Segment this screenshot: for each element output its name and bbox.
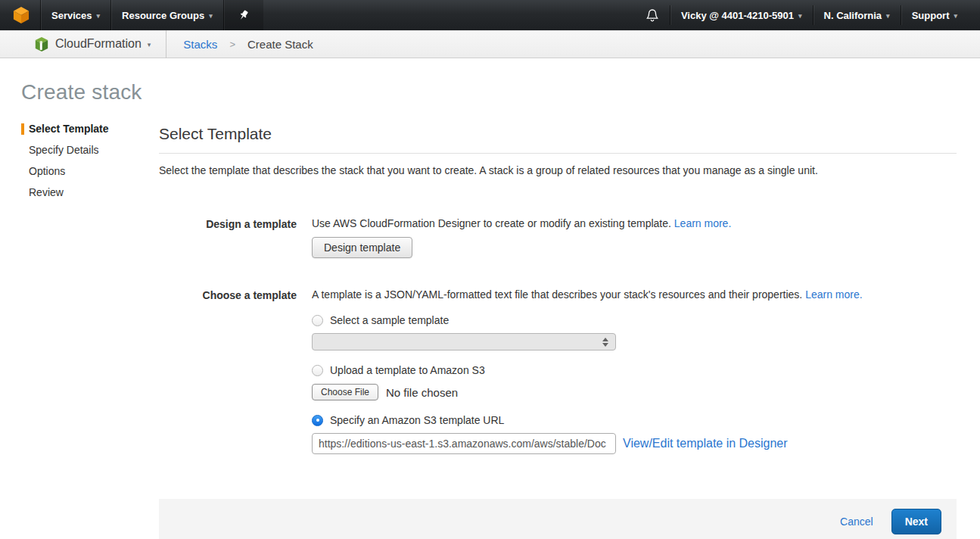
- view-edit-designer-link[interactable]: View/Edit template in Designer: [623, 437, 788, 450]
- service-switcher[interactable]: CloudFormation ▾: [0, 30, 166, 58]
- cloudformation-icon: [34, 36, 49, 52]
- wizard-steps: Select Template Specify Details Options …: [0, 123, 159, 539]
- chevron-down-icon: ▾: [209, 11, 213, 20]
- s3-url-input[interactable]: [312, 433, 616, 454]
- chevron-down-icon: ▾: [97, 11, 101, 20]
- sample-template-radio-label: Select a sample template: [330, 314, 449, 326]
- sample-template-radio[interactable]: [312, 315, 323, 326]
- choose-template-description: A template is a JSON/YAML-formatted text…: [312, 288, 957, 301]
- aws-console-page: Services ▾ Resource Groups ▾: [0, 0, 980, 539]
- chevron-down-icon: ▾: [798, 11, 802, 20]
- sample-template-option: Select a sample template: [312, 314, 957, 326]
- chevron-down-icon: ▾: [148, 40, 151, 48]
- design-learn-more-link[interactable]: Learn more.: [674, 217, 731, 229]
- breadcrumb-stacks-link[interactable]: Stacks: [183, 38, 217, 51]
- choose-learn-more-link[interactable]: Learn more.: [805, 288, 862, 301]
- select-stepper-icon: [597, 334, 615, 350]
- pushpin-icon: [238, 9, 250, 21]
- step-select-template[interactable]: Select Template: [21, 123, 159, 135]
- s3-url-option: Specify an Amazon S3 template URL: [312, 414, 957, 426]
- upload-template-option: Upload a template to Amazon S3: [312, 364, 957, 376]
- next-button[interactable]: Next: [891, 509, 941, 534]
- chevron-down-icon: ▾: [954, 11, 957, 20]
- aws-logo[interactable]: [0, 0, 40, 30]
- pinned-shortcuts-button[interactable]: [224, 0, 263, 30]
- page-title: Create stack: [21, 80, 980, 104]
- support-menu[interactable]: Support ▾: [901, 0, 968, 30]
- breadcrumb-current: Create Stack: [247, 38, 313, 51]
- s3-url-radio[interactable]: [312, 415, 323, 426]
- region-label: N. California: [824, 10, 882, 21]
- service-navbar: CloudFormation ▾ Stacks > Create Stack: [0, 30, 980, 58]
- service-name: CloudFormation: [55, 37, 142, 51]
- upload-template-radio-label: Upload a template to Amazon S3: [330, 364, 485, 376]
- choose-template-row: Choose a template A template is a JSON/Y…: [159, 288, 957, 454]
- resource-groups-label: Resource Groups: [122, 10, 204, 21]
- notifications-button[interactable]: [635, 0, 670, 30]
- s3-url-row: View/Edit template in Designer: [312, 433, 957, 454]
- design-template-label: Design a template: [159, 217, 297, 258]
- section-description: Select the template that describes the s…: [159, 164, 957, 176]
- step-options[interactable]: Options: [21, 166, 159, 177]
- design-template-button[interactable]: Design template: [312, 237, 412, 258]
- sample-template-select[interactable]: [312, 333, 616, 351]
- breadcrumb-separator: >: [229, 39, 235, 50]
- main-content: Select Template Select the template that…: [159, 123, 957, 539]
- support-label: Support: [912, 10, 950, 21]
- chevron-down-icon: ▾: [886, 11, 890, 20]
- upload-template-radio[interactable]: [312, 365, 323, 376]
- resource-groups-menu[interactable]: Resource Groups ▾: [111, 0, 223, 30]
- design-template-description: Use AWS CloudFormation Designer to creat…: [312, 217, 957, 229]
- step-review[interactable]: Review: [21, 187, 159, 198]
- file-status-text: No file chosen: [386, 386, 458, 399]
- account-menu[interactable]: Vicky @ 4401-4210-5901 ▾: [670, 0, 813, 30]
- step-specify-details[interactable]: Specify Details: [21, 145, 159, 156]
- design-template-row: Design a template Use AWS CloudFormation…: [159, 217, 957, 258]
- wizard-footer: Cancel Next: [159, 499, 957, 539]
- services-label: Services: [51, 10, 92, 21]
- top-navbar: Services ▾ Resource Groups ▾: [0, 0, 980, 30]
- bell-icon: [646, 8, 659, 23]
- section-heading: Select Template: [159, 125, 957, 143]
- account-label: Vicky @ 4401-4210-5901: [681, 10, 794, 21]
- s3-url-radio-label: Specify an Amazon S3 template URL: [330, 414, 504, 426]
- services-menu[interactable]: Services ▾: [41, 0, 110, 30]
- aws-cube-icon: [13, 6, 30, 24]
- divider: [159, 153, 957, 154]
- file-upload-row: Choose File No file chosen: [312, 384, 957, 400]
- region-menu[interactable]: N. California ▾: [814, 0, 901, 30]
- breadcrumb: Stacks > Create Stack: [166, 38, 313, 51]
- choose-template-label: Choose a template: [159, 288, 297, 454]
- cancel-button[interactable]: Cancel: [840, 516, 873, 528]
- choose-file-button[interactable]: Choose File: [312, 384, 378, 400]
